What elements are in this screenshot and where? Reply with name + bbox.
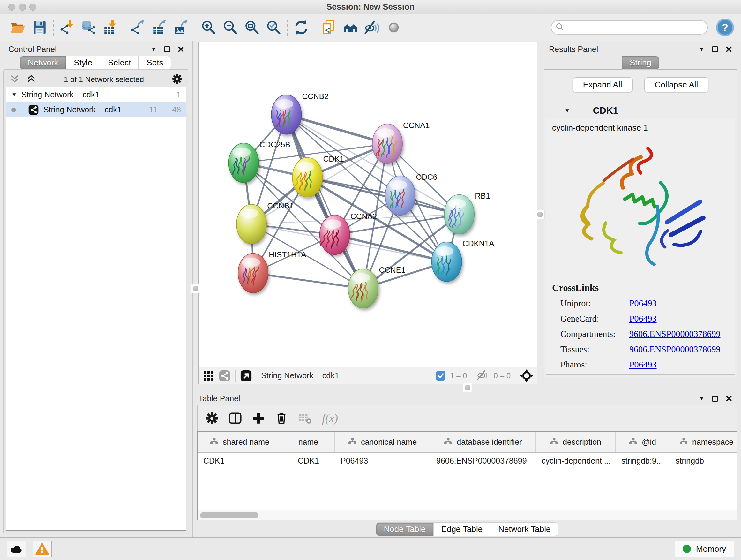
- network-collection-row[interactable]: ▼ String Network – cdk1 1: [6, 87, 186, 102]
- close-panel-icon[interactable]: [178, 46, 184, 52]
- tab-node-table[interactable]: Node Table: [376, 522, 434, 536]
- node-CDK1[interactable]: CDK1: [292, 154, 344, 197]
- node-CCNE1[interactable]: CCNE1: [348, 266, 406, 308]
- string-network-badge-button[interactable]: [219, 370, 231, 382]
- column-header-description[interactable]: description: [536, 432, 616, 452]
- scrollbar-thumb[interactable]: [200, 512, 258, 518]
- level-of-detail-button[interactable]: [384, 18, 403, 37]
- results-float-panel-icon[interactable]: [712, 46, 718, 52]
- memory-button[interactable]: Memory: [675, 541, 734, 557]
- crosslink-row: Tissues:9606.ENSP00000378699: [552, 344, 729, 354]
- search-input[interactable]: [567, 23, 703, 32]
- tab-string[interactable]: String: [622, 56, 659, 70]
- collapse-all-button[interactable]: Collapse All: [644, 77, 709, 92]
- birdseye-navigator-button[interactable]: [520, 369, 533, 382]
- edge-HIST1H1A-CCNE1[interactable]: [253, 273, 363, 288]
- save-session-button[interactable]: [30, 18, 49, 37]
- table-row[interactable]: CDK1CDK1P064939606.ENSP00000378699cyclin…: [198, 453, 737, 469]
- table-horizontal-scrollbar[interactable]: [198, 510, 737, 520]
- warning-status-button[interactable]: [32, 541, 52, 557]
- import-table-button[interactable]: [101, 18, 120, 37]
- grid-view-button[interactable]: [203, 370, 214, 381]
- column-header-shared-name[interactable]: shared name: [198, 432, 282, 452]
- crosslink-link[interactable]: 9606.ENSP00000378699: [629, 344, 720, 354]
- show-column-selector-button[interactable]: [228, 411, 242, 425]
- tab-select[interactable]: Select: [100, 56, 139, 70]
- crosslink-link[interactable]: P06493: [629, 360, 657, 370]
- crosslink-link[interactable]: P06493: [629, 314, 657, 324]
- zoom-out-button[interactable]: [221, 18, 240, 37]
- horizontal-splitter[interactable]: [193, 384, 741, 392]
- tab-network-table[interactable]: Network Table: [490, 522, 558, 536]
- panel-menu-caret-icon[interactable]: ▼: [151, 47, 156, 52]
- left-splitter[interactable]: [193, 41, 199, 384]
- horizontal-splitter-handle[interactable]: [463, 383, 472, 392]
- create-column-button[interactable]: [252, 412, 265, 425]
- search-field[interactable]: [551, 20, 708, 35]
- network-list: ▼ String Network – cdk1 1 String Network…: [6, 87, 186, 531]
- results-close-panel-icon[interactable]: [726, 46, 732, 52]
- import-database-button[interactable]: [79, 18, 98, 37]
- table-float-panel-icon[interactable]: [712, 395, 718, 401]
- table-menu-caret-icon[interactable]: ▼: [699, 396, 704, 401]
- open-in-browser-button[interactable]: [240, 370, 252, 382]
- crosslink-link[interactable]: P06493: [629, 298, 657, 308]
- table-close-panel-icon[interactable]: [726, 395, 732, 401]
- column-header-id[interactable]: @id: [616, 432, 670, 452]
- open-session-button[interactable]: [8, 18, 27, 37]
- right-splitter-handle[interactable]: [535, 210, 545, 219]
- node-CDKN1A[interactable]: CDKN1A: [432, 239, 495, 282]
- selected-nodes-checkbox[interactable]: [436, 371, 446, 381]
- protein-section-header[interactable]: ▼ CDK1: [546, 102, 735, 119]
- edge-CCNB2-CCNE1[interactable]: [286, 115, 363, 289]
- delete-table-button[interactable]: [298, 412, 313, 424]
- zoom-fit-button[interactable]: [243, 18, 262, 37]
- table-options-gear-button[interactable]: [205, 412, 219, 425]
- tab-sets[interactable]: Sets: [139, 56, 171, 70]
- export-image-button[interactable]: [172, 18, 191, 37]
- tab-network[interactable]: Network: [20, 56, 66, 70]
- node-CCNA2[interactable]: CCNA2: [320, 212, 377, 254]
- expand-all-button[interactable]: Expand All: [572, 77, 633, 92]
- tab-edge-table[interactable]: Edge Table: [434, 522, 491, 536]
- node-CCNB2[interactable]: CCNB2: [271, 92, 329, 134]
- expand-all-networks-icon[interactable]: [26, 74, 36, 85]
- string-protein-query-button[interactable]: [341, 18, 360, 37]
- collapse-all-networks-icon[interactable]: [10, 74, 19, 85]
- float-panel-icon[interactable]: [164, 46, 170, 52]
- node-HIST1H1A[interactable]: HIST1H1A: [238, 250, 307, 293]
- node-CDC25B[interactable]: CDC25B: [228, 140, 290, 183]
- zoom-selected-button[interactable]: [264, 18, 283, 37]
- crosslink-link[interactable]: 9606.ENSP00000378699: [629, 329, 720, 339]
- results-menu-caret-icon[interactable]: ▼: [699, 47, 704, 52]
- cloud-status-button[interactable]: [7, 541, 26, 557]
- export-network-button[interactable]: [128, 18, 147, 37]
- column-header-name[interactable]: name: [282, 432, 335, 452]
- collection-expand-caret-icon[interactable]: ▼: [11, 92, 17, 98]
- help-button[interactable]: ?: [716, 18, 734, 37]
- network-row[interactable]: String Network – cdk1 11 48: [6, 102, 186, 117]
- node-RB1[interactable]: RB1: [444, 192, 490, 234]
- export-table-button[interactable]: [150, 18, 169, 37]
- network-graph[interactable]: CCNB2CCNA1CDC25BCDK1CDC6RB1CCNB1CCNA2CDK…: [199, 42, 537, 367]
- protein-name: CDK1: [593, 105, 618, 116]
- network-options-gear-icon[interactable]: [172, 73, 183, 85]
- column-header-canonical-name[interactable]: canonical name: [335, 432, 430, 452]
- clone-network-button[interactable]: [319, 18, 338, 37]
- protein-expand-caret-icon[interactable]: ▼: [564, 108, 570, 113]
- minimize-window-button[interactable]: [19, 3, 26, 10]
- column-header-database-identifier[interactable]: database identifier: [430, 432, 536, 452]
- import-network-button[interactable]: [57, 18, 77, 37]
- network-canvas[interactable]: CCNB2CCNA1CDC25BCDK1CDC6RB1CCNB1CCNA2CDK…: [199, 42, 537, 367]
- delete-column-button[interactable]: [275, 412, 288, 425]
- maximize-window-button[interactable]: [29, 3, 37, 10]
- refresh-view-button[interactable]: [292, 18, 311, 37]
- hide-panels-button[interactable]: [362, 18, 382, 37]
- right-splitter[interactable]: [537, 41, 543, 384]
- function-builder-button[interactable]: f(x): [322, 412, 338, 425]
- tab-style[interactable]: Style: [66, 56, 100, 70]
- node-CDC6[interactable]: CDC6: [385, 173, 437, 215]
- close-window-button[interactable]: [8, 3, 15, 10]
- column-header-namespace[interactable]: namespace: [670, 432, 737, 452]
- zoom-in-button[interactable]: [199, 18, 218, 37]
